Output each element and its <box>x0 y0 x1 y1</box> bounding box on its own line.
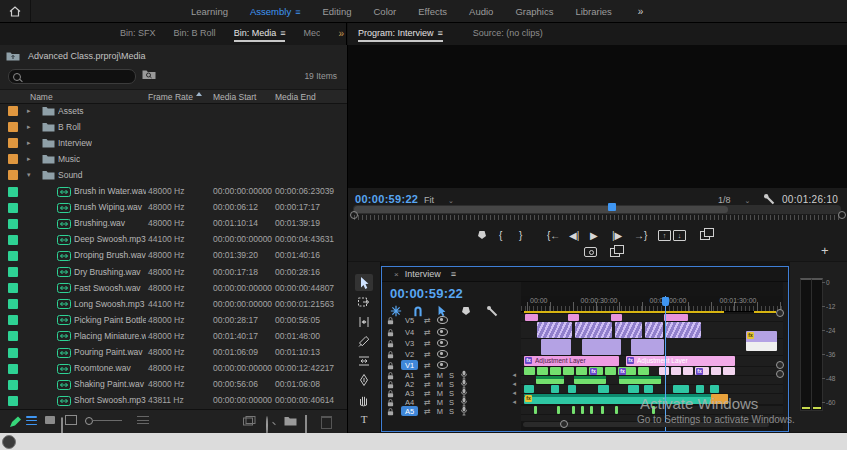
timeline-clip-v1[interactable] <box>563 367 574 375</box>
audio-track-header-a5[interactable]: A5⇄MS <box>386 406 518 416</box>
hand-tool[interactable] <box>355 391 373 408</box>
timeline-clip-v1[interactable] <box>576 367 587 375</box>
timeline-clip-v1[interactable] <box>711 367 721 375</box>
step-back-button[interactable]: ◀| <box>569 228 579 242</box>
automate-to-sequence-icon[interactable] <box>243 416 257 426</box>
label-color-chip[interactable] <box>8 348 18 358</box>
layers-button[interactable] <box>700 228 710 242</box>
clip-row[interactable]: Shaking Paint.wav48000 Hz00:00:56:0600:0… <box>0 377 347 393</box>
timeline-clip-v1[interactable] <box>683 367 693 375</box>
lock-icon[interactable] <box>386 350 395 359</box>
clip-row[interactable]: Pouring Paint.wav48000 Hz00:01:06:0900:0… <box>0 345 347 361</box>
timeline-clip-v1[interactable] <box>659 367 669 375</box>
label-color-chip[interactable] <box>8 380 18 390</box>
sync-lock-icon[interactable]: ⇄ <box>424 339 431 348</box>
program-scrubber[interactable] <box>353 205 841 214</box>
clip-row[interactable]: Brush Wiping.wav48000 Hz00:00:06:1200:00… <box>0 200 347 216</box>
audio-scroll-handle-top[interactable] <box>776 361 784 369</box>
voiceover-mic-icon[interactable] <box>460 406 468 416</box>
timeline-clip-a4[interactable] <box>615 406 618 414</box>
sync-lock-icon[interactable]: ⇄ <box>424 316 431 325</box>
track-name[interactable]: V5 <box>401 315 418 325</box>
label-color-chip[interactable] <box>8 299 18 309</box>
lock-icon[interactable] <box>386 316 395 325</box>
label-color-chip[interactable] <box>8 283 18 293</box>
timeline-clip-a2[interactable] <box>710 385 719 393</box>
play-button[interactable]: ▶ <box>590 228 598 242</box>
bin-tabs-overflow-chevron[interactable]: » <box>338 28 344 41</box>
writable-pen-icon[interactable] <box>9 416 22 428</box>
lock-icon[interactable] <box>386 361 395 370</box>
sync-lock-icon[interactable]: ⇄ <box>424 350 431 359</box>
timeline-clip-v3f[interactable]: fx <box>746 331 777 351</box>
type-tool[interactable]: T <box>355 411 373 428</box>
clip-row[interactable]: Brush in Water.wav48000 Hz00:00:00:00000… <box>0 184 347 200</box>
breadcrumb[interactable]: Advanced Class.prproj\Media <box>6 51 146 61</box>
timeline-clip-v1[interactable] <box>605 367 616 375</box>
track-name[interactable]: V1 <box>401 360 418 370</box>
column-name[interactable]: Name <box>30 92 53 102</box>
solo-button[interactable]: S <box>449 407 454 416</box>
bin-tab-mec[interactable]: Mec <box>303 28 320 41</box>
workspace-tab-editing[interactable]: Editing <box>322 6 351 17</box>
column-media-start[interactable]: Media Start <box>213 92 256 102</box>
workspace-tab-assembly[interactable]: Assembly≡ <box>250 6 300 17</box>
workspace-tab-learning[interactable]: Learning <box>191 6 228 17</box>
clip-row[interactable]: Droping Brush.wav48000 Hz00:01:39:2000:0… <box>0 248 347 264</box>
label-color-chip[interactable] <box>8 122 18 132</box>
scrubber-zoom-range[interactable] <box>354 206 728 213</box>
label-color-chip[interactable] <box>8 396 18 406</box>
bin-row[interactable]: ▾Sound <box>0 167 347 183</box>
lock-icon[interactable] <box>386 339 395 348</box>
timeline-clip-v4[interactable] <box>537 322 572 338</box>
track-lane-v5[interactable] <box>521 314 783 321</box>
razor-tool[interactable] <box>355 333 373 350</box>
bin-tab-bin-sfx[interactable]: Bin: SFX <box>120 28 156 41</box>
label-color-chip[interactable] <box>8 331 18 341</box>
timeline-clip-a4[interactable] <box>572 406 575 414</box>
sync-lock-icon[interactable]: ⇄ <box>424 328 431 337</box>
monitor-tab-source-no-clips-[interactable]: Source: (no clips) <box>473 28 543 41</box>
clip-row[interactable]: Picking Paint Bottles.w48000 Hz00:00:28:… <box>0 312 347 328</box>
track-output-eye-icon[interactable] <box>437 339 448 347</box>
label-color-chip[interactable] <box>8 203 18 213</box>
search-input[interactable] <box>8 69 136 84</box>
label-color-chip[interactable] <box>8 364 18 374</box>
scrubber-right-handle[interactable] <box>838 211 846 219</box>
timeline-clip-v1[interactable] <box>537 367 548 375</box>
go-to-out-button[interactable]: →} <box>634 228 647 242</box>
timeline-clip-v5[interactable] <box>611 314 622 321</box>
clip-row[interactable]: Short Swoosh.mp343811 Hz00:00:00:0000000… <box>0 393 347 409</box>
timeline-clip-v2[interactable]: fxAdjustment Layer <box>626 356 735 366</box>
timeline-clip-a1[interactable] <box>574 376 606 384</box>
program-timecode[interactable]: 00:00:59:22 <box>355 193 418 205</box>
timeline-clip-a4[interactable] <box>581 406 584 414</box>
lock-icon[interactable] <box>386 328 395 337</box>
twirl-right-icon[interactable]: ▸ <box>27 155 31 163</box>
search-bin-icon[interactable] <box>142 69 156 80</box>
audio-scroll-handle-bottom[interactable] <box>776 370 784 378</box>
new-bin-button[interactable] <box>284 416 297 426</box>
bin-row[interactable]: ▸B Roll <box>0 119 347 135</box>
timeline-clip-v1[interactable] <box>524 367 535 375</box>
add-marker-button[interactable] <box>478 228 486 242</box>
timeline-clip-a2[interactable] <box>644 385 653 393</box>
bin-tab-bin-b-roll[interactable]: Bin: B Roll <box>174 28 216 41</box>
timeline-clip-v3[interactable] <box>541 339 571 355</box>
timeline-clip-v5[interactable] <box>568 314 579 321</box>
work-area-bar[interactable] <box>524 311 724 313</box>
label-color-chip[interactable] <box>8 106 18 116</box>
clip-row[interactable]: Roomtone.wav48000 Hz00:00:00:0000000:00:… <box>0 361 347 377</box>
bin-row[interactable]: ▸Assets <box>0 103 347 119</box>
bin-row[interactable]: ▸Interview <box>0 135 347 151</box>
zoom-level-dropdown[interactable]: Fit⌄ <box>424 195 454 205</box>
timeline-clip-a2[interactable] <box>628 385 639 393</box>
slip-tool[interactable] <box>355 352 373 369</box>
keyframe-nav-icon[interactable]: ◂ <box>512 371 516 379</box>
timeline-clip-v4[interactable] <box>645 322 663 338</box>
timeline-clip-a2[interactable] <box>524 385 534 393</box>
button-editor-plus[interactable]: + <box>821 243 829 258</box>
timeline-clip-v1[interactable] <box>671 367 681 375</box>
panel-menu-icon[interactable]: ≡ <box>280 28 285 38</box>
selection-tool[interactable] <box>355 274 373 291</box>
